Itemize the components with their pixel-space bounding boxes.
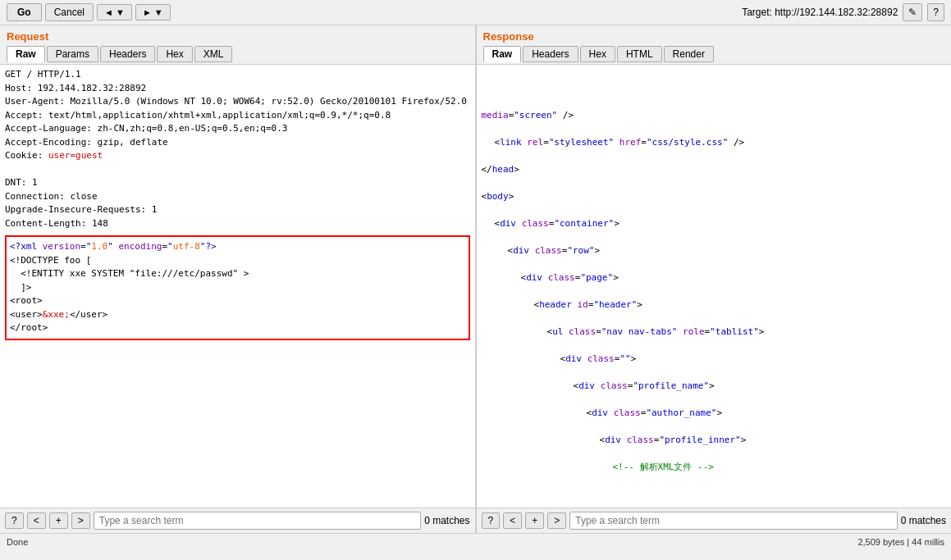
request-headers-text: GET / HTTP/1.1 Host: 192.144.182.32:2889… <box>5 68 470 230</box>
cancel-button[interactable]: Cancel <box>45 3 94 21</box>
tab-raw-request[interactable]: Raw <box>7 46 45 62</box>
tab-render-response[interactable]: Render <box>664 46 714 62</box>
toolbar: Go Cancel ◄ ▼ ► ▼ Target: http://192.144… <box>0 0 951 25</box>
request-pane: Request Raw Params Headers Hex XML GET /… <box>0 25 477 533</box>
tab-headers-request[interactable]: Headers <box>100 46 155 62</box>
target-label: Target: http://192.144.182.32:28892 <box>742 7 898 18</box>
edit-target-button[interactable]: ✎ <box>903 3 922 21</box>
response-tabs: Raw Headers Hex HTML Render <box>477 44 952 65</box>
request-search-bar: ? < + > 0 matches <box>0 508 475 533</box>
request-search-input[interactable] <box>94 512 421 530</box>
request-title: Request <box>0 25 475 44</box>
response-search-add-button[interactable]: + <box>525 512 544 529</box>
response-search-bar: ? < + > 0 matches <box>477 508 952 533</box>
response-xml-text: media="screen" /> <link rel="stylesheet"… <box>482 68 947 508</box>
request-search-add-button[interactable]: + <box>49 512 68 529</box>
tab-params-request[interactable]: Params <box>47 46 98 62</box>
response-title: Response <box>477 25 952 44</box>
tab-hex-request[interactable]: Hex <box>157 46 192 62</box>
tab-hex-response[interactable]: Hex <box>580 46 615 62</box>
request-xml-box: <?xml version="1.0" encoding="utf-8"?> <… <box>5 235 470 340</box>
main-area: Request Raw Params Headers Hex XML GET /… <box>0 25 951 533</box>
go-button[interactable]: Go <box>7 3 42 21</box>
status-right: 2,509 bytes | 44 millis <box>857 537 944 547</box>
response-search-help-button[interactable]: ? <box>482 512 501 529</box>
help-button[interactable]: ? <box>927 3 944 21</box>
request-search-prev-button[interactable]: < <box>27 512 46 529</box>
tab-xml-request[interactable]: XML <box>194 46 233 62</box>
status-bar: Done 2,509 bytes | 44 millis <box>0 533 951 550</box>
request-search-next-button[interactable]: > <box>71 512 90 529</box>
back-button[interactable]: ◄ ▼ <box>97 4 132 20</box>
request-content[interactable]: GET / HTTP/1.1 Host: 192.144.182.32:2889… <box>0 65 475 508</box>
response-search-input[interactable] <box>569 512 897 530</box>
response-search-next-button[interactable]: > <box>547 512 566 529</box>
response-pane: Response Raw Headers Hex HTML Render med… <box>477 25 952 533</box>
tab-html-response[interactable]: HTML <box>617 46 662 62</box>
status-left: Done <box>7 537 28 547</box>
request-tabs: Raw Params Headers Hex XML <box>0 44 475 65</box>
request-xml-payload: <?xml version="1.0" encoding="utf-8"?> <… <box>5 235 470 340</box>
response-content[interactable]: media="screen" /> <link rel="stylesheet"… <box>477 65 952 508</box>
request-matches: 0 matches <box>424 515 469 526</box>
forward-button[interactable]: ► ▼ <box>135 4 171 20</box>
tab-headers-response[interactable]: Headers <box>523 46 578 62</box>
toolbar-right: Target: http://192.144.182.32:28892 ✎ ? <box>742 3 944 21</box>
response-search-prev-button[interactable]: < <box>503 512 522 529</box>
tab-raw-response[interactable]: Raw <box>483 46 522 62</box>
response-matches: 0 matches <box>901 515 946 526</box>
request-search-help-button[interactable]: ? <box>5 512 24 529</box>
